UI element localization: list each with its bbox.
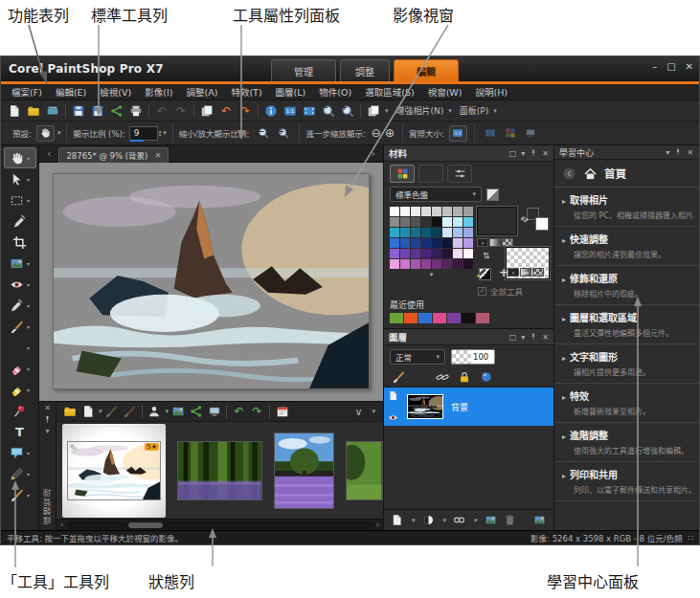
scroll-right-icon[interactable]: › [373,520,383,529]
title-bar[interactable]: Corel PaintShop Pro X7 管理 調整 編輯 – □ ✕ [1,56,699,81]
scrollbar-thumb[interactable] [128,522,163,528]
color-swatch[interactable] [432,259,441,269]
eraser-tool[interactable]: ▾ [4,358,36,379]
folders-button[interactable] [60,404,79,420]
red-eye-tool[interactable]: ▾ [4,274,36,295]
add-color-button[interactable]: + [499,266,508,279]
delete-layer-icon[interactable] [504,514,516,526]
rotate-right-icon[interactable]: ↷ [248,404,266,420]
link-layers-icon[interactable] [436,370,449,384]
mask-layer-icon[interactable] [453,514,465,526]
recent-swatch[interactable] [390,313,403,323]
visibility-eye-icon[interactable] [388,412,398,423]
chevron-down-icon[interactable]: ▾ [412,517,416,524]
text-tool[interactable]: T [4,421,36,442]
pin-icon[interactable] [674,148,682,156]
highlight-icon[interactable] [414,370,427,384]
close-icon[interactable]: ✕ [687,148,693,157]
preset-shape-tool[interactable]: ▾ [4,442,36,463]
learning-item[interactable]: ▸快速調整讓您的相片達到最佳效果。 [554,227,698,266]
info-list-button[interactable] [79,404,97,420]
recent-swatch[interactable] [447,313,461,323]
slideshow-button[interactable] [205,404,223,420]
close-icon[interactable]: ✕ [542,333,549,342]
pen-tool[interactable]: ▾ [4,463,36,484]
chevron-down-icon[interactable]: ▾ [521,149,525,158]
picture-tube-tool[interactable] [4,400,36,421]
fg-gradient-mini-button[interactable] [489,238,501,247]
open-button[interactable] [24,102,43,120]
color-swatch[interactable] [463,217,473,227]
menu-item[interactable]: 物件(O) [312,85,358,99]
fg-pattern-mini-button[interactable] [502,238,513,247]
tab-edit[interactable]: 編輯 [394,59,459,81]
more-swatches-chevron[interactable]: ▾ [390,271,473,278]
print-button[interactable] [126,102,146,120]
gradient-fill-tool[interactable]: ▾ [4,337,36,358]
layer-effects-icon[interactable] [480,370,493,384]
pan-tool[interactable]: ▾ [4,147,36,168]
zoom-out-tool-button[interactable]: − [254,125,272,142]
document-tab[interactable]: 28765* @ 9% (背景) ✕ [58,147,169,163]
adjustment-layer-icon[interactable] [422,514,435,526]
remove-color-button[interactable]: − [520,266,530,279]
tab-scroll-right-icon[interactable]: › [364,147,383,160]
pin-icon[interactable] [530,333,537,341]
color-swatch[interactable] [442,238,452,248]
color-swatch[interactable] [432,228,441,237]
menu-item[interactable]: 選取區域(S) [358,85,420,99]
chevron-down-icon[interactable]: ▾ [443,517,447,524]
rotate-left-icon[interactable]: ↶ [230,404,248,420]
image-info-button[interactable] [261,102,281,120]
foreground-color[interactable] [477,207,517,235]
color-swatch[interactable] [421,217,431,227]
menu-item[interactable]: 圖層(L) [269,85,313,99]
pick-tool[interactable]: ▾ [4,168,36,189]
color-swatch[interactable] [432,238,441,248]
blend-mode-select[interactable]: 正常▾ [390,349,445,365]
learning-item[interactable]: ▸圖層和選取區域靈活又彈性地編輯多個元件。 [554,305,698,344]
menu-item[interactable]: 說明(H) [468,85,514,99]
undo-icon[interactable]: ↶ [152,102,171,120]
color-swatch[interactable] [453,259,463,269]
scale-input[interactable]: 9 [129,126,158,141]
color-swatch[interactable] [411,249,420,258]
color-swatch[interactable] [421,249,431,258]
menu-item[interactable]: 檢視(V) [93,85,138,99]
enhance-photo-menu[interactable]: 增強相片(N) [396,104,444,117]
back-icon[interactable] [562,166,576,181]
learning-item[interactable]: ▸取得相片從您的 PC、相機或掃描器匯入相片。 [554,188,698,227]
learning-item[interactable]: ▸修飾和還原移除相片中的瑕疵。 [554,266,698,305]
color-swatch[interactable] [400,249,410,258]
home-icon[interactable] [583,166,598,181]
color-swatch[interactable] [453,217,463,227]
layer-row-background[interactable]: 背景 [384,388,553,426]
all-tools-checkbox[interactable]: ✓ [478,287,486,296]
actual-size-tool-button[interactable] [449,125,467,142]
color-swatch[interactable] [453,238,463,248]
close-button[interactable]: ✕ [686,61,693,72]
share-photos-button[interactable] [187,404,205,420]
scrollbar-track[interactable] [67,521,373,529]
tag-brush-button[interactable] [121,404,139,420]
actual-size-button[interactable] [281,102,300,120]
zoom-step-out-button[interactable]: ⊖ [372,126,381,140]
zoom-in-tool-button[interactable]: + [274,125,292,142]
color-swatch[interactable] [442,207,452,216]
new-image-button[interactable] [5,102,24,120]
background-chip[interactable] [535,217,549,231]
save-button[interactable] [69,102,88,120]
warp-brush-tool[interactable]: ▾ [4,484,36,505]
makeover-tool[interactable]: ▾ [4,295,36,316]
learning-item[interactable]: ▸特效新增藝術效果至相片。 [554,384,698,423]
dropper-tool[interactable] [4,210,36,232]
canvas-area[interactable] [39,163,383,401]
color-swatch[interactable] [421,259,431,269]
find-people-button[interactable] [146,404,164,420]
color-swatch[interactable] [411,217,420,227]
crop-tool[interactable] [4,232,36,253]
color-swatch[interactable] [442,249,452,258]
resize-grip[interactable]: ∷ [689,533,693,543]
palette-select[interactable]: 標準色盤▾ [390,187,482,202]
panels-menu[interactable]: 面板(P) [460,104,488,117]
